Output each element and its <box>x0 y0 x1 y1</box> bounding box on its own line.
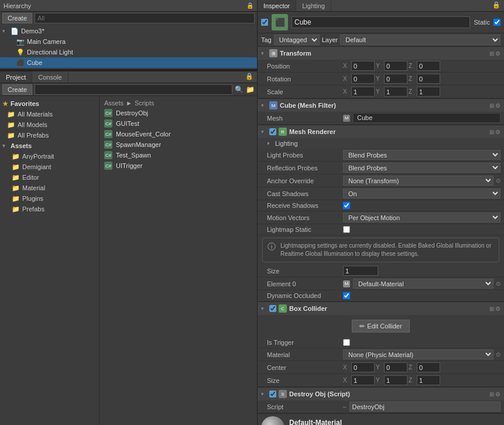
scale-x-input[interactable] <box>351 87 375 97</box>
sidebar-item-editor[interactable]: 📁 Editor <box>0 172 99 183</box>
rot-y-label: Y <box>376 76 383 82</box>
sidebar-item-all-materials[interactable]: 📁 All Materials <box>0 109 99 119</box>
rot-z-input[interactable] <box>417 74 440 84</box>
object-name-input[interactable] <box>292 16 470 28</box>
favorites-header[interactable]: ★ Favorites <box>0 98 99 109</box>
script-field[interactable] <box>349 402 500 412</box>
collider-material-picker-icon[interactable]: ⊙ <box>496 351 500 358</box>
tab-lighting[interactable]: Lighting <box>296 0 331 11</box>
project-search-input[interactable] <box>35 84 232 95</box>
destroy-obj-header[interactable]: ▾ S Destroy Obj (Script) ⊞ ⚙ <box>258 388 504 400</box>
transform-header[interactable]: ▾ ⊞ Transform ⊞ ⚙ <box>258 47 504 60</box>
layer-dropdown[interactable]: Default <box>340 35 500 45</box>
hierarchy-item-main-camera-label: Main Camera <box>27 38 66 45</box>
mesh-filter-header[interactable]: ▾ M Cube (Mesh Filter) ⊞ ⚙ <box>258 99 504 112</box>
materials-size-input[interactable] <box>343 266 378 276</box>
element0-picker-icon[interactable]: ⊙ <box>496 280 500 287</box>
assets-header[interactable]: ▾ Assets <box>0 140 99 151</box>
reflection-probes-dropdown[interactable]: Blend Probes <box>343 163 500 173</box>
rot-x-input[interactable] <box>351 74 375 84</box>
file-item-testspawn[interactable]: C# Test_Spawn <box>102 150 255 160</box>
tab-project[interactable]: Project <box>0 71 32 83</box>
collider-size-row: Size X Y Z <box>258 374 504 387</box>
tag-dropdown[interactable]: Untagged <box>274 35 320 45</box>
tab-console[interactable]: Console <box>32 71 68 83</box>
edit-collider-icon: ✏ <box>359 323 365 330</box>
motion-vectors-label: Motion Vectors <box>267 214 343 221</box>
size-x-input[interactable] <box>351 375 375 385</box>
materials-size-label: Size <box>267 268 343 275</box>
lightmapping-info-box: ⓘ Lightmapping settings are currently di… <box>262 238 499 262</box>
anchor-override-picker-icon[interactable]: ⊙ <box>496 177 500 184</box>
project-create-button[interactable]: Create <box>2 84 32 95</box>
file-item-spawnmanager[interactable]: C# SpawnManager <box>102 139 255 150</box>
pos-y-input[interactable] <box>384 61 407 71</box>
sidebar-item-material[interactable]: 📁 Material <box>0 183 99 193</box>
center-x-input[interactable] <box>351 362 375 372</box>
material-name: Default-Material <box>289 419 491 425</box>
sidebar-item-all-prefabs[interactable]: 📁 All Prefabs <box>0 130 99 140</box>
rot-y-input[interactable] <box>384 74 407 84</box>
scale-y-input[interactable] <box>384 87 407 97</box>
motion-vectors-value: Per Object Motion <box>343 212 500 222</box>
center-y-input[interactable] <box>384 362 407 372</box>
folder-icon: 📁 <box>12 205 20 213</box>
hierarchy-item-cube[interactable]: ⬛ Cube <box>0 57 257 68</box>
rot-z-label: Z <box>409 76 416 82</box>
pos-z-input[interactable] <box>417 61 440 71</box>
receive-shadows-checkbox[interactable] <box>343 202 350 209</box>
tab-inspector[interactable]: Inspector <box>258 0 296 11</box>
sidebar-item-demigiant[interactable]: 📁 Demigiant <box>0 162 99 172</box>
file-item-destroyobj[interactable]: C# DestroyObj <box>102 108 255 118</box>
hierarchy-item-directional-light[interactable]: 💡 Directional Light <box>0 47 257 57</box>
hierarchy-create-button[interactable]: Create <box>2 13 32 23</box>
light-probes-value: Blend Probes <box>343 150 500 160</box>
sidebar-item-all-models[interactable]: 📁 All Models <box>0 119 99 130</box>
collider-material-dropdown[interactable]: None (Physic Material) <box>343 349 493 359</box>
inspector-tabs-row: Inspector Lighting 🔒 <box>258 0 504 12</box>
size-y-input[interactable] <box>384 375 407 385</box>
file-item-guitest[interactable]: C# GUITest <box>102 118 255 129</box>
light-probes-dropdown[interactable]: Blend Probes <box>343 150 500 160</box>
element0-dropdown[interactable]: Default-Material <box>353 279 493 289</box>
motion-vectors-dropdown[interactable]: Per Object Motion <box>343 212 500 222</box>
destroy-obj-enabled-checkbox[interactable] <box>269 390 276 397</box>
file-item-mouseevent[interactable]: C# MouseEvent_Color <box>102 129 255 139</box>
hierarchy-item-scene[interactable]: ▾ 📄 Demo3* <box>0 26 257 36</box>
scale-y-label: Y <box>376 88 383 95</box>
box-collider-header[interactable]: ▾ C Box Collider ⊞ ⚙ <box>258 302 504 315</box>
folder-filter-icon: 📁 <box>246 85 255 94</box>
materials-size-row: Size <box>258 265 504 277</box>
anchor-override-dropdown[interactable]: None (Transform) <box>343 176 493 186</box>
hierarchy-item-main-camera[interactable]: 📷 Main Camera <box>0 36 257 47</box>
folder-icon: 📁 <box>7 132 15 139</box>
sidebar-item-anyportrait[interactable]: 📁 AnyPortrait <box>0 151 99 162</box>
dynamic-occluded-checkbox[interactable] <box>343 292 350 299</box>
folder-icon: 📁 <box>12 153 20 160</box>
cast-shadows-dropdown[interactable]: On <box>343 188 500 198</box>
size-y-label: Y <box>376 377 383 383</box>
mesh-renderer-header[interactable]: ▾ R Mesh Renderer ⊞ ⚙ <box>258 125 504 138</box>
sidebar-item-plugins[interactable]: 📁 Plugins <box>0 193 99 204</box>
sidebar-item-prefabs[interactable]: 📁 Prefabs <box>0 204 99 214</box>
edit-collider-row: ✏ Edit Collider <box>258 315 504 337</box>
size-x-label: X <box>343 377 350 383</box>
mesh-renderer-enabled-checkbox[interactable] <box>269 128 276 135</box>
lightmap-static-checkbox[interactable] <box>343 226 350 233</box>
scale-x-label: X <box>343 88 350 95</box>
edit-collider-button[interactable]: ✏ Edit Collider <box>352 320 409 333</box>
pos-x-input[interactable] <box>351 61 375 71</box>
project-panel: Project Console 🔒 Create 🔍 📁 ★ Favorites… <box>0 71 257 425</box>
scale-z-input[interactable] <box>417 87 440 97</box>
lighting-subsection-header[interactable]: ▾ Lighting <box>258 138 504 149</box>
static-checkbox[interactable] <box>493 19 500 26</box>
center-z-input[interactable] <box>417 362 440 372</box>
reflection-probes-label: Reflection Probes <box>267 164 343 172</box>
cast-shadows-value: On <box>343 188 500 198</box>
is-trigger-checkbox[interactable] <box>343 339 350 346</box>
size-z-input[interactable] <box>417 375 440 385</box>
hierarchy-search-input[interactable] <box>35 13 255 23</box>
object-enabled-checkbox[interactable] <box>261 19 268 26</box>
box-collider-enabled-checkbox[interactable] <box>269 305 276 312</box>
file-item-uitrigger[interactable]: C# UITrigger <box>102 160 255 171</box>
